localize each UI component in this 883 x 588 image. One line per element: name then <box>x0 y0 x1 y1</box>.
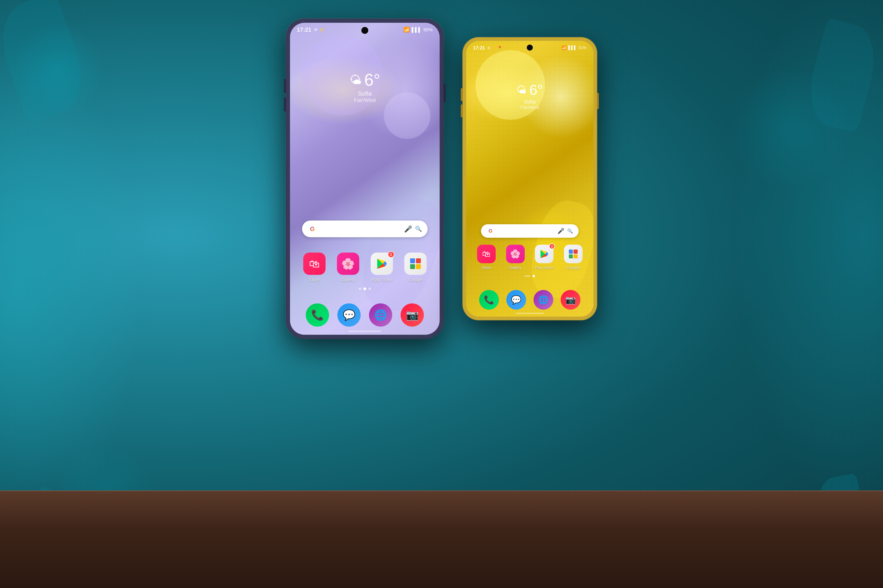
wallpaper-decoration <box>384 92 430 139</box>
playstore-svg-left <box>376 258 388 270</box>
dock-right: 📞 💬 🌐 📷 <box>466 286 593 316</box>
status-charging-icon: ⚡ <box>319 27 324 32</box>
battery-right: 51% <box>579 45 587 50</box>
camera-hole <box>361 27 368 34</box>
store-label-left: Store <box>309 277 320 282</box>
app-gallery-left[interactable]: 🌸 Gallery <box>333 253 363 282</box>
dot-active-r <box>533 275 535 277</box>
store-label-right: Store <box>482 266 491 270</box>
mic-icon-left[interactable]: 🎤 <box>404 225 412 233</box>
store-icon-left[interactable]: 🛍 <box>303 253 326 275</box>
store-bag-icon: 🛍 <box>309 258 320 270</box>
weather-row-r: 🌤 6° <box>516 82 543 97</box>
search-bar-right[interactable]: G 🎤 🔍 <box>481 224 579 238</box>
dot-1 <box>359 288 361 290</box>
dock-camera-right[interactable]: 📷 <box>561 290 581 310</box>
google-grid-left <box>410 258 421 269</box>
weather-row: 🌤 6° <box>349 72 381 88</box>
google-cell <box>416 258 421 263</box>
dot-line <box>525 276 530 276</box>
playstore-label-right: Play Store <box>535 266 553 270</box>
phone-left-screen: 17:21 ⚙ ⚡ 📶 ▌▌▌ 50% 🌤 6° Sofia <box>290 23 440 335</box>
internet-icon-left[interactable]: 🌐 <box>369 303 392 327</box>
wallpaper-yellow: 17:21 ⚙ ⚡ 📍 📶 ▌▌▌ 51% 🌤 6° <box>466 41 593 316</box>
google-grid-right <box>569 249 578 258</box>
power-button <box>444 84 446 102</box>
dock-internet-left[interactable]: 🌐 <box>369 303 392 327</box>
phone-icon-right[interactable]: 📞 <box>479 290 499 310</box>
app-playstore-right[interactable]: 2 Play Store <box>531 244 557 270</box>
app-google-left[interactable]: Google <box>400 253 430 282</box>
app-grid-inner-r: 🛍 Store 🌸 Gallery <box>474 244 586 270</box>
google-g-left: G <box>308 224 317 234</box>
weather-widget-left: 🌤 6° Sofia Fair/Wind <box>349 72 381 103</box>
google-cell-r <box>569 249 573 254</box>
google-cell-r <box>569 254 573 259</box>
phones-container: 17:21 ⚙ ⚡ 📶 ▌▌▌ 50% 🌤 6° Sofia <box>286 19 597 339</box>
store-icon-right[interactable]: 🛍 <box>477 244 496 263</box>
gallery-flower-icon-r: 🌸 <box>510 249 520 259</box>
internet-icon-right[interactable]: 🌐 <box>534 290 553 310</box>
status-location-icon-r: 📍 <box>498 46 502 50</box>
table-surface <box>0 490 883 588</box>
weather-condition-right: Fair/Wind <box>516 105 543 110</box>
camera-hole-right <box>527 45 533 51</box>
google-g-right: G <box>487 227 495 235</box>
weather-condition-left: Fair/Wind <box>349 97 381 103</box>
dot-3 <box>369 288 371 290</box>
dock-phone-right[interactable]: 📞 <box>479 290 499 310</box>
dock-internet-right[interactable]: 🌐 <box>534 290 553 310</box>
app-gallery-right[interactable]: 🌸 Gallery <box>502 244 528 270</box>
playstore-icon-container-right[interactable]: 2 <box>535 244 554 263</box>
gallery-flower-icon: 🌸 <box>341 258 355 270</box>
dock-messages-left[interactable]: 💬 <box>337 303 361 327</box>
weather-icon-left: 🌤 <box>349 73 361 87</box>
app-google-right[interactable]: Google <box>561 244 586 270</box>
google-cell-r <box>573 249 578 254</box>
gallery-icon-left[interactable]: 🌸 <box>337 253 359 275</box>
wallpaper-purple: 17:21 ⚙ ⚡ 📶 ▌▌▌ 50% 🌤 6° Sofia <box>290 23 440 335</box>
dock-camera-left[interactable]: 📷 <box>401 303 424 327</box>
gallery-label-left: Gallery <box>341 277 355 282</box>
messages-icon-left[interactable]: 💬 <box>337 303 361 327</box>
playstore-icon-container-left[interactable]: 1 <box>371 253 393 275</box>
status-settings-icon: ⚙ <box>314 27 317 32</box>
app-store-right[interactable]: 🛍 Store <box>474 244 499 270</box>
dock-phone-left[interactable]: 📞 <box>306 303 329 327</box>
status-charging-icon-r: ⚡ <box>492 46 496 50</box>
messages-icon-right[interactable]: 💬 <box>506 290 526 310</box>
dock-messages-right[interactable]: 💬 <box>506 290 526 310</box>
playstore-label-left: Play Store <box>371 277 392 282</box>
app-playstore-left[interactable]: 1 Play Store <box>367 253 397 282</box>
lens-icon-right[interactable]: 🔍 <box>567 228 573 234</box>
gallery-label-right: Gallery <box>509 266 522 270</box>
battery-left: 50% <box>423 27 433 33</box>
phone-icon-left[interactable]: 📞 <box>306 303 329 327</box>
playstore-badge-right: 2 <box>549 243 555 249</box>
dock-left: 📞 💬 🌐 📷 <box>290 299 440 335</box>
wifi-icon: 📶 <box>403 27 410 33</box>
status-icons-right: 📶 ▌▌▌ 50% <box>403 27 433 33</box>
playstore-svg-right <box>539 249 549 259</box>
lens-icon-left[interactable]: 🔍 <box>415 226 422 232</box>
camera-icon-left[interactable]: 📷 <box>401 303 424 327</box>
gallery-icon-right[interactable]: 🌸 <box>506 244 525 263</box>
signal-icon-r: ▌▌▌ <box>569 45 577 50</box>
volume-down-button <box>284 98 286 111</box>
google-cell <box>410 258 415 263</box>
google-icon-right[interactable] <box>564 244 582 263</box>
app-store-left[interactable]: 🛍 Store <box>299 253 329 282</box>
weather-icon-right: 🌤 <box>516 84 526 96</box>
store-bag-icon-r: 🛍 <box>482 249 490 259</box>
google-cell <box>416 264 421 269</box>
weather-temp-right: 6° <box>529 82 543 97</box>
page-dots-right <box>525 275 535 277</box>
camera-icon-right[interactable]: 📷 <box>561 290 581 310</box>
google-icon-left[interactable] <box>404 253 427 275</box>
volume-up-button-right <box>461 88 462 101</box>
volume-down-button-right <box>461 105 462 117</box>
mic-icon-right[interactable]: 🎤 <box>557 228 564 234</box>
phone-right-screen: 17:21 ⚙ ⚡ 📍 📶 ▌▌▌ 51% 🌤 6° <box>466 41 593 316</box>
app-grid-inner: 🛍 Store 🌸 Gallery <box>299 253 430 282</box>
search-bar-left[interactable]: G 🎤 🔍 <box>302 220 427 237</box>
